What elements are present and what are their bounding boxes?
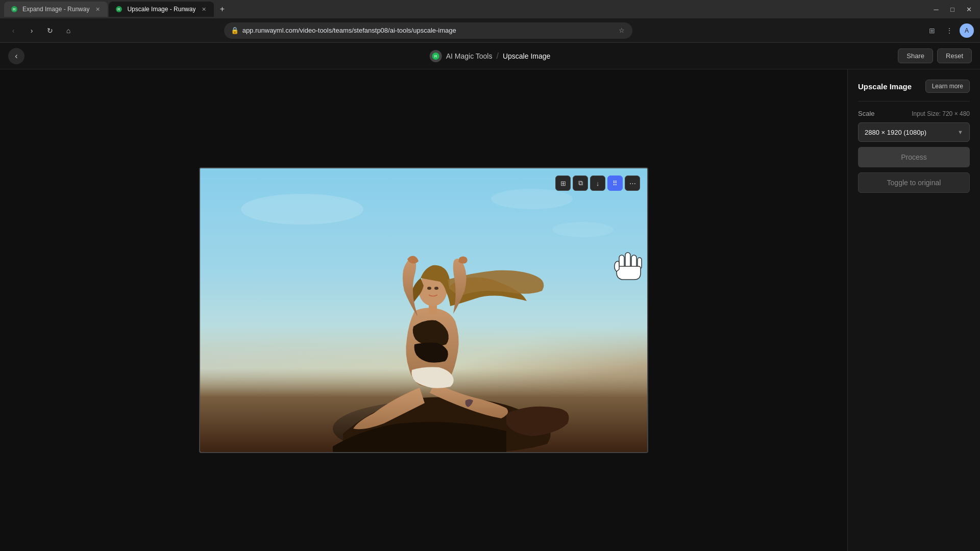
breadcrumb-page: Upscale Image xyxy=(503,52,550,60)
tab-bar: R Expand Image - Runway ✕ R Upscale Imag… xyxy=(0,0,980,18)
photo-svg xyxy=(200,168,648,453)
url-text: app.runwayml.com/video-tools/teams/stefa… xyxy=(242,27,614,34)
scale-select-dropdown[interactable]: 2880 × 1920 (1080p) ▼ xyxy=(858,122,970,142)
breadcrumb: R AI Magic Tools / Upscale Image xyxy=(430,50,551,62)
svg-point-8 xyxy=(491,189,573,209)
back-button[interactable]: ‹ xyxy=(6,23,20,38)
tab-close-upscale[interactable]: ✕ xyxy=(200,5,208,13)
input-size-label: Input Size: 720 × 480 xyxy=(912,110,970,117)
tab-favicon-expand: R xyxy=(10,5,18,13)
right-panel: Upscale Image Learn more Scale Input Siz… xyxy=(847,69,980,551)
svg-text:R: R xyxy=(434,54,437,59)
panel-header: Upscale Image Learn more xyxy=(858,80,970,93)
svg-point-9 xyxy=(552,222,614,237)
reset-button[interactable]: Reset xyxy=(937,48,972,63)
new-tab-button[interactable]: + xyxy=(215,2,229,16)
image-tool-3[interactable]: ↓ xyxy=(590,176,605,191)
workspace: ⊞ ⧉ ↓ ⠿ ⋯ xyxy=(0,69,980,551)
settings-icon[interactable]: ⋮ xyxy=(942,23,957,38)
topbar-actions: Share Reset xyxy=(898,48,972,63)
scale-header: Scale Input Size: 720 × 480 xyxy=(858,110,970,117)
forward-icon: › xyxy=(31,27,33,35)
app-content: ‹ R AI Magic Tools / Upscale Image Share… xyxy=(0,43,980,551)
url-icons: ☆ xyxy=(617,26,626,35)
browser-toolbar-icons: ⊞ ⋮ A xyxy=(925,23,974,38)
home-icon: ⌂ xyxy=(66,27,70,35)
svg-text:R: R xyxy=(13,7,16,12)
image-tool-1[interactable]: ⊞ xyxy=(555,176,571,191)
svg-point-14 xyxy=(434,287,438,290)
refresh-button[interactable]: ↻ xyxy=(43,23,57,38)
tab-upscale-image[interactable]: R Upscale Image - Runway ✕ xyxy=(109,2,214,17)
new-tab-icon: + xyxy=(220,5,225,14)
panel-title: Upscale Image xyxy=(858,82,912,91)
app-topbar: ‹ R AI Magic Tools / Upscale Image Share… xyxy=(0,43,980,69)
breadcrumb-logo: R xyxy=(430,50,442,62)
scale-section: Scale Input Size: 720 × 480 2880 × 1920 … xyxy=(858,110,970,193)
image-tool-2[interactable]: ⧉ xyxy=(573,176,588,191)
back-icon: ‹ xyxy=(12,27,15,35)
image-tool-4[interactable]: ⠿ xyxy=(607,176,623,191)
bookmark-icon[interactable]: ☆ xyxy=(617,26,626,35)
breadcrumb-separator: / xyxy=(496,52,498,61)
breadcrumb-org: AI Magic Tools xyxy=(446,52,493,60)
svg-point-13 xyxy=(427,287,431,290)
tab-close-expand[interactable]: ✕ xyxy=(93,5,102,13)
url-bar[interactable]: 🔒 app.runwayml.com/video-tools/teams/ste… xyxy=(224,22,632,39)
scale-label: Scale xyxy=(858,110,875,117)
image-tool-5[interactable]: ⋯ xyxy=(625,176,640,191)
address-bar: ‹ › ↻ ⌂ 🔒 app.runwayml.com/video-tools/t… xyxy=(0,18,980,43)
extensions-icon[interactable]: ⊞ xyxy=(925,23,939,38)
minimize-button[interactable]: ─ xyxy=(929,2,943,16)
toggle-original-button[interactable]: Toggle to original xyxy=(858,172,970,193)
svg-text:R: R xyxy=(118,7,121,12)
share-button[interactable]: Share xyxy=(898,48,933,63)
more-icon: ⋯ xyxy=(629,180,636,187)
move-icon: ⠿ xyxy=(612,180,618,187)
svg-point-7 xyxy=(241,194,363,224)
download-icon: ↓ xyxy=(596,180,600,187)
grid-icon: ⊞ xyxy=(560,180,566,187)
photo-background xyxy=(200,168,647,452)
copy-icon: ⧉ xyxy=(578,179,583,187)
refresh-icon: ↻ xyxy=(47,27,53,35)
tab-expand-image[interactable]: R Expand Image - Runway ✕ xyxy=(4,2,108,17)
panel-divider xyxy=(858,101,970,102)
home-button[interactable]: ⌂ xyxy=(61,23,76,38)
forward-button[interactable]: › xyxy=(24,23,39,38)
image-toolbar: ⊞ ⧉ ↓ ⠿ ⋯ xyxy=(555,176,640,191)
app-back-button[interactable]: ‹ xyxy=(8,48,24,64)
tab-title-upscale: Upscale Image - Runway xyxy=(127,6,195,13)
scale-select-value: 2880 × 1920 (1080p) xyxy=(865,129,926,136)
back-arrow-icon: ‹ xyxy=(15,52,17,61)
lock-icon: 🔒 xyxy=(230,26,239,35)
canvas-area: ⊞ ⧉ ↓ ⠿ ⋯ xyxy=(0,69,847,551)
window-controls: ─ □ ✕ xyxy=(929,2,976,16)
close-button[interactable]: ✕ xyxy=(962,2,976,16)
tab-title-expand: Expand Image - Runway xyxy=(22,6,89,13)
profile-button[interactable]: A xyxy=(960,23,974,38)
learn-more-button[interactable]: Learn more xyxy=(925,80,970,93)
maximize-button[interactable]: □ xyxy=(945,2,960,16)
browser-frame: R Expand Image - Runway ✕ R Upscale Imag… xyxy=(0,0,980,551)
tab-favicon-upscale: R xyxy=(115,5,123,13)
image-canvas: ⊞ ⧉ ↓ ⠿ ⋯ xyxy=(199,167,648,453)
process-button[interactable]: Process xyxy=(858,147,970,167)
dropdown-arrow-icon: ▼ xyxy=(958,129,963,135)
